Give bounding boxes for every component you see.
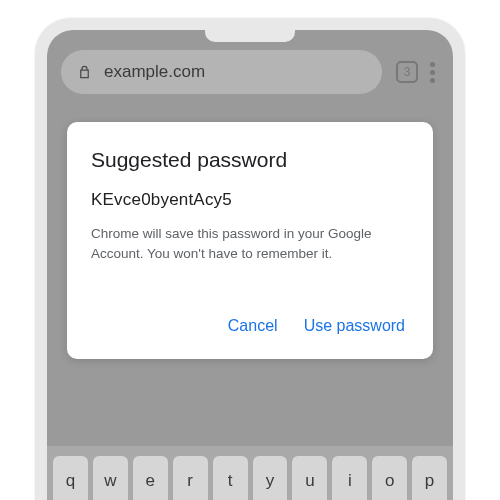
suggested-password-value: KEvce0byentAcy5 — [91, 190, 409, 210]
url-text: example.com — [104, 62, 205, 82]
keyboard: q w e r t y u i o p — [47, 446, 453, 500]
key-y[interactable]: y — [253, 456, 288, 500]
overflow-menu-icon[interactable] — [430, 62, 435, 83]
lock-icon — [77, 63, 92, 81]
screen: example.com 3 Suggested password KEvce0b… — [47, 30, 453, 500]
key-o[interactable]: o — [372, 456, 407, 500]
dialog-description: Chrome will save this password in your G… — [91, 224, 381, 263]
key-r[interactable]: r — [173, 456, 208, 500]
address-bar[interactable]: example.com — [61, 50, 382, 94]
key-t[interactable]: t — [213, 456, 248, 500]
browser-toolbar: example.com 3 — [61, 50, 439, 94]
suggested-password-dialog: Suggested password KEvce0byentAcy5 Chrom… — [67, 122, 433, 359]
use-password-button[interactable]: Use password — [304, 317, 405, 335]
key-u[interactable]: u — [292, 456, 327, 500]
key-w[interactable]: w — [93, 456, 128, 500]
dialog-title: Suggested password — [91, 148, 409, 172]
phone-notch — [205, 28, 295, 42]
key-q[interactable]: q — [53, 456, 88, 500]
dialog-actions: Cancel Use password — [91, 317, 409, 343]
phone-frame: example.com 3 Suggested password KEvce0b… — [35, 18, 465, 500]
tab-count: 3 — [404, 65, 411, 79]
key-i[interactable]: i — [332, 456, 367, 500]
key-e[interactable]: e — [133, 456, 168, 500]
tab-switcher[interactable]: 3 — [396, 61, 418, 83]
cancel-button[interactable]: Cancel — [228, 317, 278, 335]
key-p[interactable]: p — [412, 456, 447, 500]
